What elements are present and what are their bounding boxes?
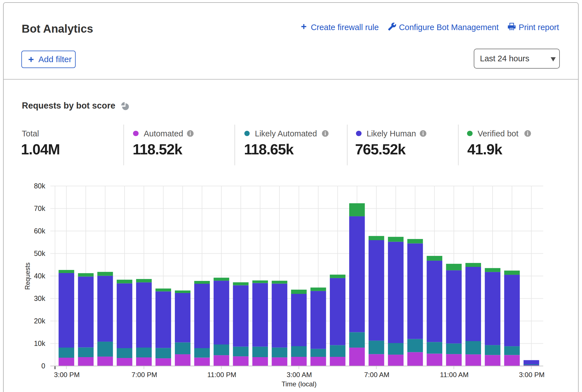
svg-text:7:00 PM: 7:00 PM: [132, 371, 157, 379]
svg-text:Requests: Requests: [24, 262, 31, 290]
svg-text:3:00 AM: 3:00 AM: [287, 371, 312, 379]
svg-text:Time (local): Time (local): [281, 380, 316, 388]
svg-text:60k: 60k: [34, 227, 46, 235]
svg-text:10k: 10k: [34, 339, 46, 347]
svg-text:3:00 PM: 3:00 PM: [54, 371, 80, 379]
svg-text:3:00 PM: 3:00 PM: [519, 371, 545, 379]
svg-text:11:00 AM: 11:00 AM: [440, 371, 469, 379]
svg-text:11:00 PM: 11:00 PM: [207, 371, 236, 379]
svg-text:20k: 20k: [34, 317, 46, 325]
svg-text:30k: 30k: [34, 294, 46, 302]
svg-text:0: 0: [41, 362, 45, 370]
svg-text:40k: 40k: [34, 272, 46, 280]
svg-text:80k: 80k: [34, 182, 46, 190]
svg-text:50k: 50k: [34, 249, 46, 257]
svg-text:70k: 70k: [34, 204, 46, 212]
svg-text:7:00 AM: 7:00 AM: [364, 371, 389, 379]
